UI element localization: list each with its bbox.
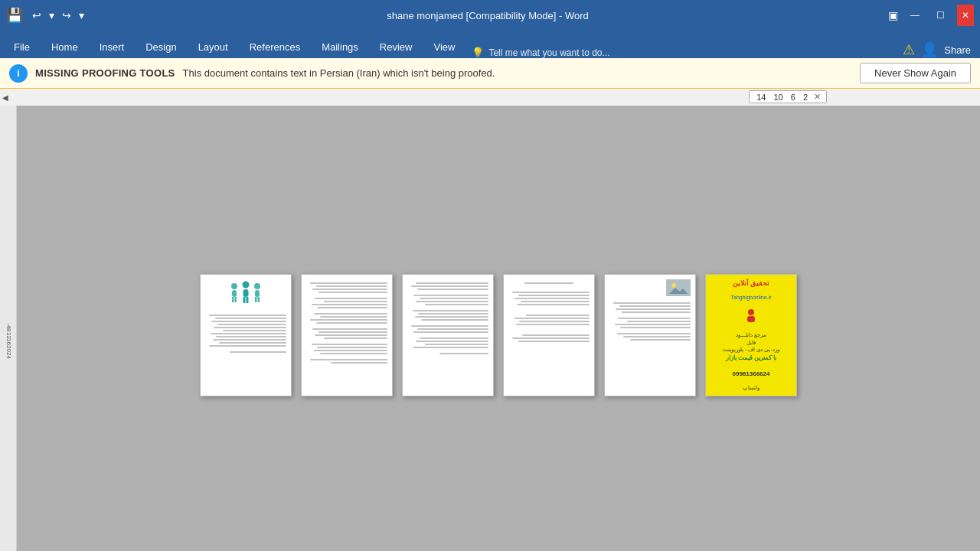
svg-rect-5 bbox=[243, 289, 249, 297]
share-button[interactable]: Share bbox=[944, 44, 971, 56]
ad-site: Tahghighonline.ir bbox=[731, 295, 772, 300]
svg-rect-6 bbox=[243, 297, 246, 303]
tab-design[interactable]: Design bbox=[135, 35, 187, 58]
title-bar-right: ▣ — ☐ ✕ bbox=[888, 5, 974, 26]
tell-me-area: 💡 Tell me what you want to do... bbox=[466, 47, 903, 58]
lightbulb-icon: 💡 bbox=[472, 47, 484, 58]
ad-line4: با کمترین قیمت بازار bbox=[723, 354, 779, 362]
zoom-6[interactable]: 6 bbox=[787, 93, 799, 102]
svg-rect-11 bbox=[258, 297, 260, 302]
figures-svg bbox=[227, 280, 265, 309]
page-thumbnail-3[interactable] bbox=[402, 274, 494, 396]
page1-figure bbox=[205, 279, 286, 310]
zoom-2[interactable]: 2 bbox=[799, 93, 812, 102]
svg-rect-3 bbox=[235, 297, 237, 302]
zoom-number-bar: 14 10 6 2 ✕ bbox=[749, 90, 827, 103]
tab-review[interactable]: Review bbox=[369, 35, 423, 58]
pages-row: تحقیق آنلاین Tahghighonline.ir مرجع دانل… bbox=[200, 274, 797, 396]
page6-ad: تحقیق آنلاین Tahghighonline.ir مرجع دانل… bbox=[706, 275, 796, 396]
share-area: ⚠ 👤 Share bbox=[903, 41, 977, 58]
undo-button[interactable]: ↩ bbox=[29, 8, 44, 23]
ad-whatsapp: واتساپ bbox=[743, 385, 760, 391]
ad-phone: 09981366624 bbox=[733, 370, 770, 377]
info-title: MISSING PROOFING TOOLS bbox=[35, 67, 175, 79]
svg-point-15 bbox=[748, 309, 754, 315]
svg-rect-7 bbox=[247, 297, 249, 303]
page4-text bbox=[508, 279, 590, 342]
page3-text bbox=[407, 279, 488, 354]
undo-dropdown[interactable]: ▾ bbox=[46, 8, 57, 23]
page1-text bbox=[205, 315, 286, 353]
main-content: -4 8 12 16 20 24 bbox=[0, 106, 980, 551]
page-thumbnail-2[interactable] bbox=[301, 274, 393, 396]
svg-rect-2 bbox=[232, 297, 234, 302]
page2-content bbox=[302, 275, 392, 396]
page2-text bbox=[306, 279, 387, 364]
person-icon: 👤 bbox=[921, 41, 938, 58]
title-bar: 💾 ↩ ▾ ↪ ▾ shane monjamed [Compatibility … bbox=[0, 0, 980, 31]
svg-point-4 bbox=[243, 282, 250, 289]
ad-person-icon bbox=[743, 308, 759, 324]
ribbon-tabs: File Home Insert Design Layout Reference… bbox=[0, 31, 980, 58]
ad-body: مرجع دانلـــود فایل ورد-پی دی اف - پاورپ… bbox=[723, 331, 779, 363]
tell-me-text[interactable]: Tell me what you want to do... bbox=[488, 47, 609, 58]
page-thumbnail-1[interactable] bbox=[200, 274, 292, 396]
info-message: This document contains text in Persian (… bbox=[183, 67, 495, 79]
svg-point-14 bbox=[671, 283, 676, 288]
info-icon: i bbox=[9, 64, 28, 83]
page-thumbnail-5[interactable] bbox=[604, 274, 696, 396]
svg-point-8 bbox=[254, 283, 260, 289]
ribbon-collapse-icon[interactable]: ▣ bbox=[888, 9, 898, 21]
info-bar: i MISSING PROOFING TOOLS This document c… bbox=[0, 58, 980, 89]
document-title: shane monjamed [Compatibility Mode] - Wo… bbox=[87, 10, 888, 21]
tab-home[interactable]: Home bbox=[41, 35, 89, 58]
image-placeholder-svg bbox=[669, 282, 688, 294]
svg-rect-10 bbox=[255, 297, 257, 302]
ad-line1: مرجع دانلـــود bbox=[723, 331, 779, 339]
page3-content bbox=[403, 275, 493, 396]
page1-content bbox=[201, 275, 291, 396]
page5-image bbox=[666, 279, 691, 296]
zoom-14[interactable]: 14 bbox=[753, 93, 769, 102]
close-button[interactable]: ✕ bbox=[957, 5, 974, 26]
tab-file[interactable]: File bbox=[3, 35, 41, 58]
ruler-left-arrow[interactable]: ◀ bbox=[0, 93, 11, 102]
tab-layout[interactable]: Layout bbox=[188, 35, 239, 58]
tab-view[interactable]: View bbox=[423, 35, 466, 58]
ad-line3: ورد-پی دی اف - پاورپوینت bbox=[723, 346, 779, 354]
ruler-mark-4: -4 bbox=[2, 323, 13, 328]
minimize-button[interactable]: — bbox=[906, 5, 924, 26]
warning-icon: ⚠ bbox=[903, 41, 915, 58]
maximize-button[interactable]: ☐ bbox=[932, 5, 949, 26]
title-bar-left: 💾 ↩ ▾ ↪ ▾ bbox=[6, 7, 87, 24]
page4-content bbox=[504, 275, 594, 396]
page5-text bbox=[609, 302, 691, 341]
zoom-10[interactable]: 10 bbox=[770, 93, 787, 102]
left-ruler: -4 8 12 16 20 24 bbox=[0, 106, 17, 551]
save-icon[interactable]: 💾 bbox=[6, 7, 23, 24]
ruler-mark-12: 12 bbox=[2, 332, 13, 339]
svg-rect-1 bbox=[232, 290, 237, 297]
document-area: تحقیق آنلاین Tahghighonline.ir مرجع دانل… bbox=[17, 106, 980, 551]
ruler-mark-20: 20 bbox=[2, 345, 13, 352]
redo-button[interactable]: ↪ bbox=[59, 8, 74, 23]
ruler-close-icon[interactable]: ✕ bbox=[812, 92, 823, 102]
svg-rect-16 bbox=[747, 316, 755, 322]
ruler-marks: -4 8 12 16 20 24 bbox=[2, 323, 13, 359]
ad-line2: فایل bbox=[723, 339, 779, 347]
ruler-mark-16: 16 bbox=[2, 338, 13, 345]
top-ruler: ◀ 14 10 6 2 ✕ bbox=[0, 89, 980, 106]
undo-group: ↩ ▾ ↪ ▾ bbox=[29, 8, 87, 23]
tab-references[interactable]: References bbox=[239, 35, 311, 58]
tab-mailings[interactable]: Mailings bbox=[311, 35, 369, 58]
ruler-mark-24: 24 bbox=[2, 352, 13, 359]
tab-insert[interactable]: Insert bbox=[89, 35, 136, 58]
quick-access-dropdown[interactable]: ▾ bbox=[76, 8, 87, 23]
svg-point-0 bbox=[231, 283, 237, 289]
never-show-again-button[interactable]: Never Show Again bbox=[860, 63, 971, 83]
page-thumbnail-6[interactable]: تحقیق آنلاین Tahghighonline.ir مرجع دانل… bbox=[705, 274, 797, 396]
svg-rect-9 bbox=[255, 290, 260, 297]
page-thumbnail-4[interactable] bbox=[503, 274, 595, 396]
ad-title: تحقیق آنلاین bbox=[733, 279, 770, 287]
